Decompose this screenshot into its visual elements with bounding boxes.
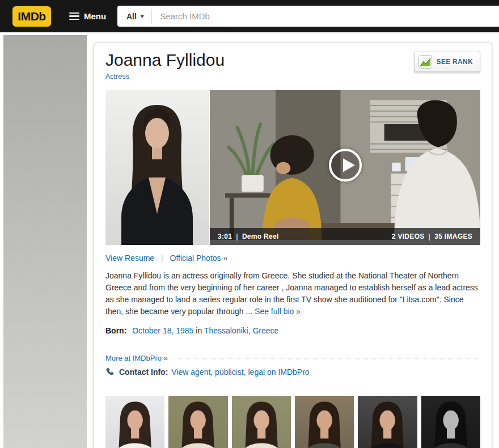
see-rank-label: SEE RANK (437, 58, 473, 66)
see-full-bio-link[interactable]: See full bio » (255, 307, 301, 316)
birth-place-link[interactable]: Thessaloniki, Greece (204, 326, 279, 335)
menu-button[interactable]: Menu (69, 11, 106, 22)
search-category-dropdown[interactable]: All ▾ (117, 6, 151, 27)
photo-thumbnail[interactable] (168, 396, 227, 448)
official-photos-link[interactable]: Official Photos » (170, 253, 228, 263)
search-category-value: All (126, 12, 137, 21)
born-row: Born: October 18, 1985 in Thessaloniki, … (105, 326, 480, 335)
imdbpro-link[interactable]: More at IMDbPro » (105, 354, 168, 362)
contact-info-label: Contact Info: (119, 367, 168, 377)
play-icon[interactable] (329, 149, 362, 181)
search-bar: All ▾ (117, 6, 499, 27)
video-caption: 3:01|Demo Reel (218, 233, 279, 240)
born-connector: in (196, 326, 202, 335)
photo-thumbnail[interactable] (358, 396, 417, 448)
dotted-divider (172, 358, 480, 358)
photo-strip (105, 396, 480, 448)
page-title: Joanna Fyllidou (105, 50, 225, 70)
photo-thumbnail[interactable] (232, 396, 291, 448)
imdbpro-row: More at IMDbPro » (105, 354, 480, 362)
photo-thumbnail[interactable] (105, 396, 164, 448)
profile-header: Joanna Fyllidou Actress SEE RANK (105, 50, 480, 81)
media-block: 3:01|Demo Reel 2 VIDEOS|35 IMAGES (105, 90, 480, 245)
hamburger-icon (69, 11, 79, 22)
page-background: Joanna Fyllidou Actress SEE RANK (0, 32, 499, 448)
chevron-down-icon: ▾ (141, 12, 144, 20)
rank-chart-icon (418, 55, 432, 69)
photo-thumbnail[interactable] (295, 396, 354, 448)
see-rank-button[interactable]: SEE RANK (414, 52, 480, 72)
menu-label: Menu (84, 11, 106, 21)
media-counts[interactable]: 2 VIDEOS|35 IMAGES (392, 233, 472, 240)
demo-reel-video[interactable]: 3:01|Demo Reel 2 VIDEOS|35 IMAGES (210, 90, 480, 245)
search-input[interactable] (152, 6, 499, 27)
imdb-logo[interactable]: IMDb (12, 6, 51, 27)
profile-photo[interactable] (105, 90, 209, 245)
birth-date-link[interactable]: October 18, 1985 (132, 326, 193, 335)
bio-paragraph: Joanna Fyllidou is an actress originally… (105, 270, 480, 318)
photo-thumbnail[interactable] (421, 396, 480, 448)
left-gutter (3, 35, 87, 448)
contact-info-link[interactable]: View agent, publicist, legal on IMDbPro (171, 367, 309, 377)
top-navbar: IMDb Menu All ▾ (0, 0, 499, 32)
links-separator: | (161, 253, 163, 263)
phone-icon (105, 367, 115, 377)
main-content-card: Joanna Fyllidou Actress SEE RANK (94, 43, 492, 448)
video-caption-bar: 3:01|Demo Reel 2 VIDEOS|35 IMAGES (210, 228, 480, 245)
view-resume-link[interactable]: View Resume (105, 253, 154, 263)
born-label: Born: (105, 326, 126, 335)
quick-links-row: View Resume | Official Photos » (105, 253, 480, 263)
contact-info-row: Contact Info: View agent, publicist, leg… (105, 367, 480, 377)
job-title-link[interactable]: Actress (105, 73, 225, 81)
